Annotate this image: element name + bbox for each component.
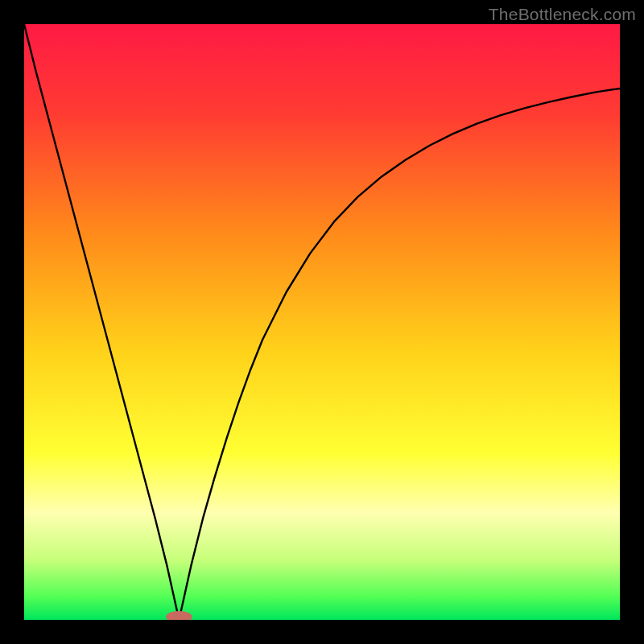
plot-area xyxy=(24,24,620,620)
chart-svg xyxy=(24,24,620,620)
chart-frame: TheBottleneck.com xyxy=(0,0,644,644)
gradient-background xyxy=(24,24,620,620)
watermark-text: TheBottleneck.com xyxy=(489,5,636,24)
